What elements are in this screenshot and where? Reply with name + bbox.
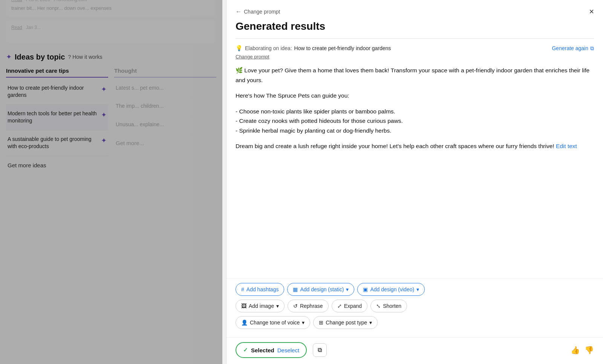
image-dropdown-icon: ▾ — [276, 303, 279, 309]
check-icon: ✓ — [243, 347, 248, 353]
generated-para-4: Dream big and create a lush refuge right… — [236, 141, 594, 151]
elaborating-idea: How to create pet-friendly indoor garden… — [294, 45, 391, 51]
elaborating-label: Elaborating on idea: — [245, 45, 292, 51]
add-image-button[interactable]: 🖼 Add image ▾ — [236, 300, 285, 312]
bottom-bar: ✓ Selected Deselect ⧉ 👍 👎 — [227, 337, 603, 364]
generate-again-button[interactable]: Generate again ⧉ — [552, 45, 594, 52]
feedback-buttons: 👍 👎 — [571, 346, 594, 355]
rephrase-button[interactable]: ↺ Rephrase — [288, 300, 329, 312]
change-prompt-label: Change prompt — [244, 9, 280, 15]
generated-line-2: - Create cozy nooks with potted hideouts… — [236, 118, 403, 124]
tone-dropdown-icon: ▾ — [302, 320, 305, 326]
shorten-button[interactable]: ⤡ Shorten — [370, 300, 407, 312]
expand-label: Expand — [344, 303, 362, 309]
generated-line-3: - Sprinkle herbal magic by planting cat … — [236, 127, 392, 134]
thumbs-up-button[interactable]: 👍 — [571, 346, 580, 355]
generated-text: 🌿 Love your pet? Give them a home that l… — [236, 66, 594, 151]
generated-line-1: - Choose non-toxic plants like spider pl… — [236, 108, 395, 115]
add-hashtags-label: Add hashtags — [246, 286, 279, 292]
shorten-label: Shorten — [383, 303, 401, 309]
right-panel: ← Change prompt × Generated results 💡 El… — [226, 0, 603, 364]
add-design-static-button[interactable]: ▦ Add design (static) ▾ — [287, 283, 354, 296]
header-divider — [236, 38, 594, 39]
add-image-label: Add image — [249, 303, 274, 309]
edit-text-link[interactable]: Edit text — [556, 143, 577, 149]
selected-label: Selected — [251, 347, 274, 353]
change-tone-button[interactable]: 👤 Change tone of voice ▾ — [236, 316, 310, 329]
hashtag-icon: # — [241, 286, 244, 292]
elaborating-left: 💡 Elaborating on idea: How to create pet… — [236, 45, 391, 52]
add-design-video-label: Add design (video) — [370, 286, 414, 292]
rephrase-icon: ↺ — [293, 303, 298, 309]
deselect-label[interactable]: Deselect — [277, 347, 299, 353]
generated-para-3: - Choose non-toxic plants like spider pl… — [236, 107, 594, 136]
generate-again-label: Generate again — [552, 45, 588, 51]
change-prompt-link[interactable]: Change prompt — [236, 54, 269, 60]
back-arrow-icon: ← — [236, 8, 242, 15]
design-video-icon: ▣ — [363, 286, 368, 292]
copy-icon: ⧉ — [318, 347, 322, 353]
panel-nav: ← Change prompt × — [236, 8, 594, 16]
design-static-icon: ▦ — [293, 286, 298, 292]
selected-button[interactable]: ✓ Selected Deselect — [236, 342, 307, 358]
expand-icon: ⤢ — [337, 303, 342, 309]
add-hashtags-button[interactable]: # Add hashtags — [236, 283, 284, 296]
shorten-icon: ⤡ — [376, 303, 381, 309]
lightbulb-icon: 💡 — [236, 45, 243, 52]
elaborating-row: 💡 Elaborating on idea: How to create pet… — [236, 45, 594, 52]
design-video-dropdown-icon: ▾ — [416, 286, 419, 292]
panel-content: 🌿 Love your pet? Give them a home that l… — [227, 66, 603, 278]
copy-button[interactable]: ⧉ — [313, 343, 327, 357]
btn-row-3: 👤 Change tone of voice ▾ ⊞ Change post t… — [236, 316, 594, 329]
add-design-static-label: Add design (static) — [300, 286, 344, 292]
generate-again-icon: ⧉ — [590, 45, 594, 52]
generated-para4-text: Dream big and create a lush refuge right… — [236, 143, 556, 149]
change-tone-label: Change tone of voice — [250, 320, 300, 326]
change-prompt-back[interactable]: ← Change prompt — [236, 8, 280, 15]
panel-title: Generated results — [236, 20, 594, 32]
post-type-icon: ⊞ — [319, 320, 323, 326]
thumbs-down-button[interactable]: 👎 — [585, 346, 594, 355]
bottom-left: ✓ Selected Deselect ⧉ — [236, 342, 327, 358]
generated-para-1: 🌿 Love your pet? Give them a home that l… — [236, 66, 594, 85]
design-static-dropdown-icon: ▾ — [346, 286, 349, 292]
rephrase-label: Rephrase — [300, 303, 323, 309]
image-icon: 🖼 — [241, 303, 246, 309]
add-design-video-button[interactable]: ▣ Add design (video) ▾ — [357, 283, 425, 296]
tone-icon: 👤 — [241, 320, 248, 326]
panel-header: ← Change prompt × Generated results 💡 El… — [227, 0, 603, 66]
change-post-type-label: Change post type — [326, 320, 367, 326]
btn-row-2: 🖼 Add image ▾ ↺ Rephrase ⤢ Expand ⤡ Shor… — [236, 300, 594, 312]
change-post-type-button[interactable]: ⊞ Change post type ▾ — [313, 316, 378, 329]
generated-para-2: Here's how The Spruce Pets can guide you… — [236, 91, 594, 101]
close-button[interactable]: × — [589, 8, 594, 16]
expand-button[interactable]: ⤢ Expand — [332, 300, 367, 312]
action-buttons-area: # Add hashtags ▦ Add design (static) ▾ ▣… — [227, 278, 603, 337]
post-type-dropdown-icon: ▾ — [369, 320, 372, 326]
btn-row-1: # Add hashtags ▦ Add design (static) ▾ ▣… — [236, 283, 594, 296]
overlay-backdrop — [0, 0, 222, 364]
